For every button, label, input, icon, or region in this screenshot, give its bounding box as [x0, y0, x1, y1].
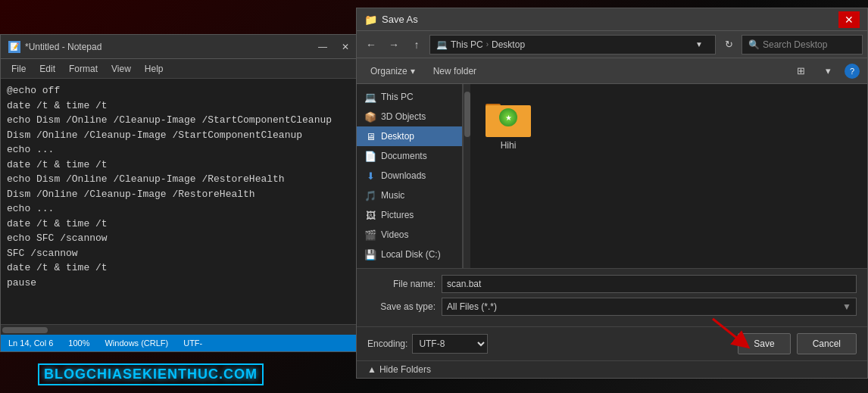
view-icon: ⊞ [797, 65, 805, 76]
scrollbar-thumb [2, 327, 48, 333]
notepad-window-controls: — ✕ [313, 39, 355, 55]
sidebar-label-3d-objects: 3D Objects [381, 111, 426, 122]
sidebar-label-this-pc: This PC [381, 92, 414, 102]
organize-button[interactable]: Organize ▾ [364, 63, 421, 80]
videos-icon: 🎬 [364, 229, 376, 241]
organize-label: Organize [370, 66, 407, 76]
music-icon: 🎵 [364, 189, 376, 201]
nav-up-button[interactable]: ↑ [407, 35, 426, 55]
dialog-bottom-fields: File name: Save as type: All Files (*.*)… [357, 268, 867, 326]
nav-back-button[interactable]: ← [361, 35, 381, 55]
menu-view[interactable]: View [105, 62, 137, 76]
dialog-addressbar: ← → ↑ 💻 This PC › Desktop ▼ ↻ 🔍 Search D… [357, 31, 867, 58]
notepad-text-area[interactable]: @echo off date /t & time /t echo Dism /O… [1, 79, 363, 324]
dialog-title-area: 📁 Save As [364, 14, 418, 26]
filename-input[interactable] [442, 275, 857, 293]
notepad-menu-bar: File Edit Format View Help [1, 59, 363, 79]
saveastype-chevron-icon: ▼ [842, 301, 851, 312]
notepad-title: *Untitled - Notepad [25, 42, 101, 52]
search-icon: 🔍 [748, 39, 760, 50]
view-toggle-button[interactable]: ⊞ [790, 61, 811, 81]
folder-emblem: ★ [499, 108, 517, 126]
notepad-app-icon: 📝 [8, 41, 20, 53]
menu-help[interactable]: Help [139, 62, 170, 76]
encoding-select[interactable]: UTF-8 [412, 334, 488, 354]
notepad-horizontal-scrollbar[interactable] [1, 324, 363, 335]
sidebar-scrollbar-thumb [464, 92, 470, 137]
sidebar-label-pictures: Pictures [381, 210, 414, 220]
dialog-sidebar: 💻 This PC 📦 3D Objects 🖥 Desktop 📄 Docum… [357, 84, 463, 268]
folder-hihi[interactable]: ★ Hihi [482, 96, 534, 154]
path-part-1: This PC [451, 39, 483, 50]
sidebar-item-videos[interactable]: 🎬 Videos [357, 225, 462, 245]
dialog-close-button[interactable]: ✕ [838, 11, 860, 28]
notepad-close-button[interactable]: ✕ [336, 39, 355, 55]
3d-objects-icon: 📦 [364, 111, 376, 123]
notepad-window: 📝 *Untitled - Notepad — ✕ File Edit Form… [0, 34, 364, 352]
desktop-icon: 🖥 [364, 130, 376, 142]
status-encoding: UTF- [183, 338, 202, 348]
saveastype-value: All Files (*.*) [447, 301, 497, 312]
filename-label: File name: [367, 279, 436, 289]
status-line-endings: Windows (CRLF) [105, 338, 168, 348]
sidebar-item-local-disk-c[interactable]: 💾 Local Disk (C:) [357, 245, 462, 264]
saveastype-dropdown[interactable]: All Files (*.*) ▼ [442, 298, 857, 316]
nav-forward-button[interactable]: → [384, 35, 404, 55]
blog-watermark: BLOGCHIASEKIENTHUC.COM [38, 363, 264, 385]
sidebar-label-music: Music [381, 190, 404, 201]
help-button[interactable]: ? [845, 64, 860, 79]
sidebar-item-this-pc[interactable]: 💻 This PC [357, 87, 462, 107]
sidebar-item-downloads[interactable]: ⬇ Downloads [357, 166, 462, 186]
sidebar-label-documents: Documents [381, 151, 427, 161]
filename-row: File name: [367, 275, 857, 293]
menu-format[interactable]: Format [63, 62, 104, 76]
this-pc-icon: 💻 [364, 91, 376, 103]
path-chevron-1: › [486, 40, 489, 48]
search-box[interactable]: 🔍 Search Desktop [742, 35, 863, 55]
sidebar-label-videos: Videos [381, 229, 408, 240]
status-zoom: 100% [68, 338, 89, 348]
hide-folders-chevron-icon: ▲ [367, 364, 376, 375]
pictures-icon: 🖼 [364, 209, 376, 221]
sidebar-item-3d-objects[interactable]: 📦 3D Objects [357, 107, 462, 126]
hide-folders-button[interactable]: ▲ Hide Folders [367, 364, 431, 375]
notepad-titlebar: 📝 *Untitled - Notepad — ✕ [1, 35, 363, 59]
documents-icon: 📄 [364, 150, 376, 162]
dialog-titlebar: 📁 Save As ✕ [357, 8, 867, 31]
saveastype-row: Save as type: All Files (*.*) ▼ [367, 298, 857, 316]
downloads-icon: ⬇ [364, 170, 376, 182]
address-path-bar[interactable]: 💻 This PC › Desktop ▼ [429, 35, 716, 55]
save-button[interactable]: Save [738, 333, 790, 354]
encoding-group: Encoding: UTF-8 [367, 334, 488, 354]
status-ln-col: Ln 14, Col 6 [8, 338, 53, 348]
sidebar-label-local-disk-c: Local Disk (C:) [381, 249, 441, 260]
refresh-button[interactable]: ↻ [719, 35, 738, 55]
emblem-icon: ★ [505, 114, 512, 122]
folder-hihi-label: Hihi [501, 140, 517, 151]
new-folder-button[interactable]: New folder [427, 63, 482, 80]
dialog-folder-icon: 📁 [364, 14, 377, 26]
menu-file[interactable]: File [5, 62, 32, 76]
path-part-2: Desktop [492, 39, 525, 50]
sidebar-scrollbar[interactable] [463, 84, 470, 268]
notepad-statusbar: Ln 14, Col 6 100% Windows (CRLF) UTF- [1, 335, 363, 351]
sidebar-item-documents[interactable]: 📄 Documents [357, 146, 462, 166]
sidebar-item-music[interactable]: 🎵 Music [357, 186, 462, 205]
path-dropdown-button[interactable]: ▼ [689, 35, 709, 55]
encoding-label: Encoding: [367, 338, 407, 349]
sidebar-item-desktop[interactable]: 🖥 Desktop [357, 126, 462, 146]
dialog-body: 💻 This PC 📦 3D Objects 🖥 Desktop 📄 Docum… [357, 84, 867, 268]
view-dropdown-button[interactable]: ▾ [817, 61, 838, 81]
hide-folders-bar: ▲ Hide Folders [357, 360, 867, 378]
sidebar-label-downloads: Downloads [381, 170, 426, 181]
cancel-button[interactable]: Cancel [797, 333, 857, 354]
saveas-dialog: 📁 Save As ✕ ← → ↑ 💻 This PC › Desktop ▼ … [356, 8, 868, 379]
menu-edit[interactable]: Edit [33, 62, 61, 76]
search-placeholder: Search Desktop [763, 39, 827, 50]
notepad-title-area: 📝 *Untitled - Notepad [8, 41, 101, 53]
path-icon: 💻 [436, 39, 448, 50]
folder-hihi-icon: ★ [486, 99, 531, 137]
dialog-toolbar: Organize ▾ New folder ⊞ ▾ ? [357, 58, 867, 84]
notepad-minimize-button[interactable]: — [313, 39, 333, 55]
sidebar-item-pictures[interactable]: 🖼 Pictures [357, 205, 462, 225]
